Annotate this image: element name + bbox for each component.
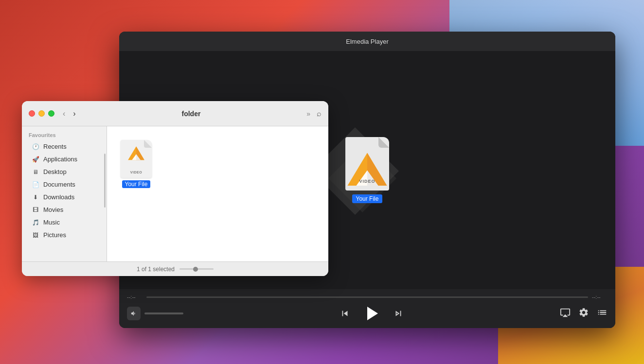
volume-slider[interactable] [144, 312, 183, 314]
selection-status: 1 of 1 selected [137, 266, 175, 273]
finder-title: folder [84, 110, 299, 118]
prev-button[interactable] [340, 308, 350, 319]
player-title: Elmedia Player [346, 38, 388, 45]
right-controls [560, 307, 608, 320]
close-button[interactable] [29, 110, 35, 117]
sidebar-item-pictures[interactable]: 🖼 Pictures [25, 229, 104, 241]
sidebar-item-recents[interactable]: 🕐 Recents [25, 140, 104, 153]
movies-icon: 🎞 [32, 207, 39, 213]
desktop-icon: 🖥 [32, 169, 39, 175]
sidebar-item-label: Movies [43, 206, 63, 213]
view-options-button[interactable]: » [304, 109, 313, 119]
volume-section [127, 307, 183, 320]
sidebar-section-label: Favourites [22, 132, 107, 140]
sidebar-item-movies[interactable]: 🎞 Movies [25, 204, 104, 216]
forward-button[interactable]: › [71, 108, 78, 119]
sidebar-item-label: Music [43, 219, 60, 226]
search-button[interactable]: ⌕ [317, 109, 322, 118]
play-button[interactable] [362, 304, 381, 323]
volume-icon [130, 310, 137, 317]
sidebar-item-label: Downloads [43, 193, 74, 201]
playlist-button[interactable] [597, 307, 608, 320]
maximize-button[interactable] [48, 110, 54, 117]
play-icon [367, 307, 378, 320]
sidebar-item-applications[interactable]: 🚀 Applications [25, 153, 104, 165]
file-item[interactable]: VIDEO Your File [117, 136, 156, 192]
player-doc-paper: VIDEO [345, 137, 389, 191]
player-titlebar: Elmedia Player [119, 32, 615, 51]
finder-titlebar: ‹ › folder » ⌕ [22, 101, 328, 126]
file-doc-icon: VIDEO [121, 140, 152, 178]
sidebar-item-label: Desktop [43, 168, 67, 175]
settings-button[interactable] [578, 307, 589, 320]
time-end: --:-- [592, 294, 608, 300]
player-controls: --:-- --:-- [119, 289, 615, 328]
minimize-button[interactable] [38, 110, 45, 117]
zoom-slider[interactable] [179, 268, 214, 270]
next-icon [393, 308, 404, 319]
sidebar-item-label: Applications [43, 156, 77, 163]
progress-track[interactable] [146, 296, 588, 298]
sidebar-item-documents[interactable]: 📄 Documents [25, 178, 104, 191]
finder-statusbar: 1 of 1 selected [22, 261, 328, 276]
player-file-icon: VIDEO Your File [345, 137, 389, 203]
documents-icon: 📄 [32, 181, 39, 188]
sidebar-item-label: Pictures [43, 231, 66, 239]
file-elmedia-logo [126, 145, 146, 164]
finder-sidebar: Favourites 🕐 Recents 🚀 Applications 🖥 De… [22, 126, 107, 261]
file-type-label: VIDEO [130, 171, 142, 174]
player-video-label: VIDEO [359, 179, 375, 184]
controls-row [127, 304, 608, 323]
music-icon: 🎵 [32, 219, 39, 226]
sidebar-item-label: Documents [43, 181, 75, 188]
finder-window: ‹ › folder » ⌕ Favourites 🕐 Recents 🚀 Ap… [22, 101, 328, 276]
playlist-icon [597, 307, 608, 318]
next-button[interactable] [393, 308, 404, 319]
downloads-icon: ⬇ [32, 194, 39, 201]
airplay-icon [560, 307, 571, 318]
finder-body: Favourites 🕐 Recents 🚀 Applications 🖥 De… [22, 126, 328, 261]
pictures-icon: 🖼 [32, 232, 39, 239]
file-grid: VIDEO Your File [117, 136, 319, 192]
volume-button[interactable] [127, 307, 141, 320]
sidebar-item-downloads[interactable]: ⬇ Downloads [25, 191, 104, 203]
nav-buttons: ‹ › [60, 108, 78, 119]
traffic-lights [29, 110, 54, 117]
back-button[interactable]: ‹ [60, 108, 68, 119]
finder-main: VIDEO Your File [107, 126, 328, 261]
sidebar-scrollbar[interactable] [104, 154, 106, 208]
settings-icon [578, 307, 589, 318]
recents-icon: 🕐 [32, 143, 39, 150]
finder-nav-right: » ⌕ [304, 109, 322, 119]
time-start: --:-- [127, 294, 143, 300]
sidebar-item-music[interactable]: 🎵 Music [25, 216, 104, 228]
sidebar-item-desktop[interactable]: 🖥 Desktop [25, 166, 104, 178]
player-elmedia-logo [345, 146, 389, 199]
main-controls [340, 304, 404, 323]
progress-bar-row: --:-- --:-- [127, 294, 608, 300]
applications-icon: 🚀 [32, 156, 39, 163]
file-name-label: Your File [122, 180, 151, 188]
sidebar-item-label: Recents [43, 143, 67, 150]
prev-icon [340, 308, 350, 319]
airplay-button[interactable] [560, 307, 571, 320]
